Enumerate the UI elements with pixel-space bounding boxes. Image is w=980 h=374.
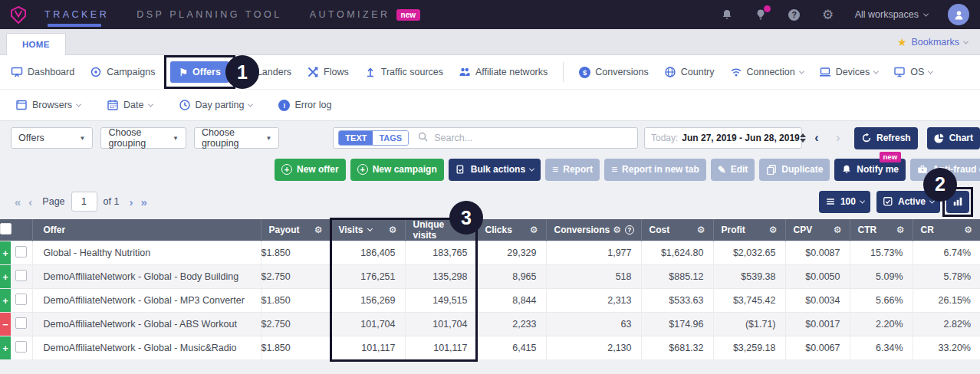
row-checkbox[interactable] xyxy=(15,246,27,258)
column-header-cr[interactable]: CR xyxy=(921,225,934,235)
new-campaign-button[interactable]: +New campaign xyxy=(350,159,444,181)
chart-button[interactable]: Chart xyxy=(927,127,980,149)
column-settings-gear-icon[interactable]: ⚙ xyxy=(389,225,397,235)
top-bar: TRACKER DSP PLANNING TOOL AUTOMIZER new … xyxy=(0,0,980,29)
column-settings-gear-icon[interactable]: ⚙ xyxy=(461,225,469,235)
grouping-select-2[interactable]: Choose grouping▼ xyxy=(194,127,279,149)
table-row[interactable]: + DemoAffiliateNetwork - Global - MP3 Co… xyxy=(0,289,980,313)
workspaces-label: All workspaces xyxy=(855,9,919,20)
settings-gear-icon[interactable]: ⚙ xyxy=(821,8,835,21)
column-settings-gear-icon[interactable]: ⚙ xyxy=(314,225,323,235)
nav-flows[interactable]: Flows xyxy=(307,66,349,78)
last-page-button[interactable]: » xyxy=(136,195,150,208)
plus-icon: + xyxy=(357,164,368,175)
next-page-button[interactable]: › xyxy=(125,195,136,208)
column-help-icon[interactable]: ? xyxy=(625,225,634,235)
nav-traffic-sources[interactable]: Traffic sources xyxy=(364,66,443,78)
status-filter-button[interactable]: Active xyxy=(876,191,940,213)
anti-fraud-button[interactable]: Anti-fraud details xyxy=(910,159,980,181)
column-settings-gear-icon[interactable]: ⚙ xyxy=(697,225,705,235)
report-type-select[interactable]: Offers▼ xyxy=(11,127,93,149)
column-settings-gear-icon[interactable]: ⚙ xyxy=(896,225,905,235)
select-all-checkbox[interactable] xyxy=(0,223,12,235)
bulk-actions-button[interactable]: Bulk actions xyxy=(449,159,541,181)
column-settings-gear-icon[interactable]: ⚙ xyxy=(964,225,972,235)
nav-devices[interactable]: Devices xyxy=(819,66,878,78)
nav-dashboard[interactable]: Dashboard xyxy=(11,66,74,78)
nav-error-log[interactable]: ! Error log xyxy=(278,100,331,111)
row-checkbox[interactable] xyxy=(15,270,27,281)
brand-logo-icon[interactable] xyxy=(11,6,26,24)
nav-browsers[interactable]: Browsers xyxy=(15,99,81,111)
table-row[interactable]: + DemoAffiliateNetwork - Global - Music&… xyxy=(0,336,980,360)
row-checkbox[interactable] xyxy=(15,341,27,353)
select-arrow-icon: ▼ xyxy=(80,135,86,142)
table-row[interactable]: − DemoAffiliateNetwork - Global - ABS Wo… xyxy=(0,313,980,336)
table-row[interactable]: + DemoAffiliateNetwork - Global - Body B… xyxy=(0,265,980,289)
whats-new-bulb-icon[interactable] xyxy=(754,8,768,21)
checkbox-cell xyxy=(11,313,32,336)
nav-date[interactable]: Date xyxy=(107,99,152,111)
nav-day-parting[interactable]: Day parting xyxy=(179,99,253,111)
column-header-clicks[interactable]: Clicks xyxy=(485,225,512,235)
table-row[interactable]: + Global - Healthy Nutrition $1.850 186,… xyxy=(0,241,980,265)
nav-affiliate-networks[interactable]: Affiliate networks xyxy=(459,66,548,78)
tab-home[interactable]: HOME xyxy=(6,33,66,55)
column-settings-gear-icon[interactable]: ⚙ xyxy=(834,225,842,235)
column-header-ctr[interactable]: CTR xyxy=(858,225,877,235)
column-header-conversions[interactable]: Conversions xyxy=(554,225,610,235)
column-header-visits[interactable]: Visits xyxy=(339,225,363,235)
tab-dsp-planning-tool[interactable]: DSP PLANNING TOOL xyxy=(136,0,281,29)
column-settings-gear-icon[interactable]: ⚙ xyxy=(613,225,621,235)
column-settings-gear-icon[interactable]: ⚙ xyxy=(530,225,538,235)
tab-automizer[interactable]: AUTOMIZER new xyxy=(310,0,420,29)
nav-os[interactable]: OS xyxy=(893,66,932,78)
duplicate-button[interactable]: Duplicate xyxy=(759,159,830,181)
column-header-payout[interactable]: Payout xyxy=(269,225,300,235)
nav-landers[interactable]: Landers xyxy=(257,67,291,77)
new-offer-button[interactable]: +New offer xyxy=(275,159,346,181)
columns-button[interactable] xyxy=(946,191,969,213)
nav-country[interactable]: Country xyxy=(664,66,715,78)
column-header-cpv[interactable]: CPV xyxy=(794,225,813,235)
bell-icon xyxy=(841,164,852,175)
tab-tracker[interactable]: TRACKER xyxy=(44,0,109,29)
checkbox-cell xyxy=(11,241,32,265)
next-period-button[interactable]: › xyxy=(830,128,847,148)
column-header-profit[interactable]: Profit xyxy=(722,225,745,235)
column-header-unique-visits[interactable]: Unique visits xyxy=(413,219,458,241)
row-checkbox[interactable] xyxy=(15,294,27,305)
refresh-button[interactable]: Refresh xyxy=(854,127,918,149)
edit-button[interactable]: ✎Edit xyxy=(711,159,755,181)
user-avatar[interactable] xyxy=(948,4,969,25)
toggle-text[interactable]: TEXT xyxy=(339,131,373,145)
report-new-tab-button[interactable]: ≡Report in new tab xyxy=(604,159,706,181)
date-range-picker[interactable]: Today: Jun 27, 2019 - Jun 28, 2019 xyxy=(644,127,802,149)
notifications-bell-icon[interactable] xyxy=(720,8,734,21)
trend-cell: + xyxy=(0,336,11,360)
select-arrow-icon: ▼ xyxy=(173,135,179,142)
row-checkbox[interactable] xyxy=(15,317,27,329)
column-settings-gear-icon[interactable]: ⚙ xyxy=(769,225,778,235)
rows-per-page-button[interactable]: 100 xyxy=(819,191,870,213)
nav-conversions[interactable]: $ Conversions xyxy=(579,67,648,78)
bookmarks-dropdown[interactable]: ★ Bookmarks xyxy=(897,29,968,55)
page-number-input[interactable] xyxy=(71,192,97,212)
column-header-cost[interactable]: Cost xyxy=(649,225,670,235)
nav-offers[interactable]: ⚑ Offers xyxy=(170,61,229,83)
grouping-select-1[interactable]: Choose grouping▼ xyxy=(100,127,186,149)
prev-page-button[interactable]: ‹ xyxy=(25,195,36,208)
workspaces-dropdown[interactable]: All workspaces xyxy=(855,9,928,20)
column-header-offer[interactable]: Offer xyxy=(44,225,66,235)
first-page-button[interactable]: « xyxy=(11,195,25,208)
trend-indicator: + xyxy=(0,336,11,359)
report-button[interactable]: ≡Report xyxy=(545,159,600,181)
date-spinner-icon[interactable] xyxy=(800,133,806,143)
help-icon[interactable]: ? xyxy=(788,8,801,21)
search-input[interactable] xyxy=(434,133,633,143)
nav-connection[interactable]: Connection xyxy=(730,66,804,78)
nav-campaigns[interactable]: Campaigns xyxy=(90,66,155,78)
toggle-tags[interactable]: TAGS xyxy=(373,131,408,145)
previous-period-button[interactable]: ‹ xyxy=(808,128,825,148)
table-header-row: Offer Payout⚙ Visits⚙ Unique visits⚙ Cli… xyxy=(0,219,980,241)
